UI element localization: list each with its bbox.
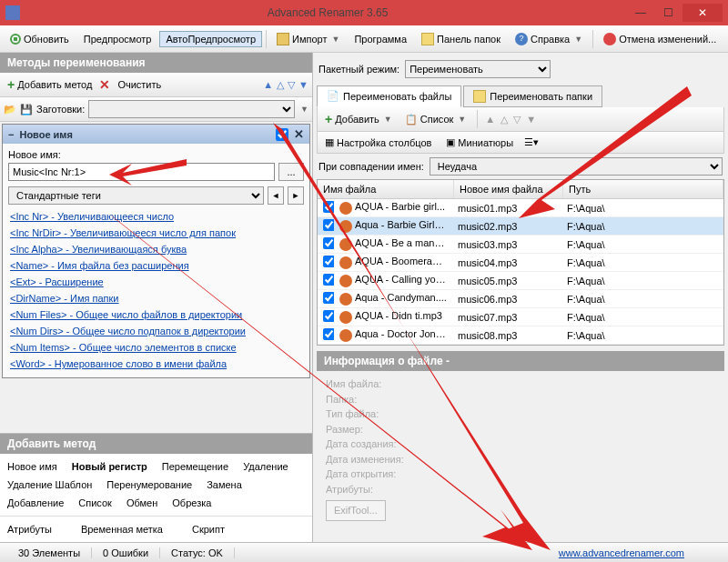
move-top-button[interactable]: ▲ <box>263 79 273 90</box>
table-row[interactable]: AQUA - Be a man.mp3music03.mp3F:\Aqua\ <box>318 236 723 254</box>
add-method-item[interactable]: Обмен <box>126 494 165 512</box>
tab-rename-files[interactable]: 📄Переименовать файлы <box>317 85 461 107</box>
collapse-button[interactable]: − <box>8 129 14 140</box>
col-path[interactable]: Путь <box>563 180 723 198</box>
minimize-button[interactable]: — <box>628 4 653 22</box>
tag-link[interactable]: <Word> - Нумерованное слово в имени файл… <box>8 356 304 372</box>
tag-link[interactable]: <Name> - Имя файла без расширения <box>8 257 304 274</box>
view-menu-button[interactable]: ☰▾ <box>524 136 539 148</box>
file-type-icon <box>339 220 352 233</box>
file-table: Имя файла Новое имя файла Путь AQUA - Ba… <box>317 179 724 346</box>
tag-link[interactable]: <Num Items> - Общее число элементов в сп… <box>8 339 304 356</box>
method-close-button[interactable]: ✕ <box>294 127 304 141</box>
method-enabled-checkbox[interactable] <box>276 128 288 141</box>
add-method-item[interactable]: Временная метка <box>81 520 170 538</box>
undo-button[interactable]: Отмена изменений... <box>597 30 723 48</box>
clear-methods-button[interactable]: Очистить <box>114 77 165 92</box>
status-errors: 0 Ошибки <box>92 547 160 558</box>
add-method-item[interactable]: Удаление Шаблон <box>7 476 99 494</box>
save-preset-button[interactable]: 💾 <box>20 104 33 115</box>
maximize-button[interactable]: ☐ <box>655 4 681 22</box>
list-button[interactable]: 📋Список▼ <box>401 112 470 127</box>
add-method-button[interactable]: +Добавить метод <box>4 75 96 94</box>
move-down-button[interactable]: ▽ <box>288 79 295 91</box>
help-icon: ? <box>515 33 528 45</box>
move-bottom-button[interactable]: ▼ <box>526 114 536 125</box>
info-label: Размер: <box>326 422 715 437</box>
row-checkbox[interactable] <box>323 328 334 340</box>
refresh-button[interactable]: Обновить <box>4 31 76 47</box>
open-preset-button[interactable]: 📂 <box>4 104 16 115</box>
add-method-item[interactable]: Обрезка <box>172 494 218 512</box>
thumbnails-button[interactable]: ▣Миниатюры <box>442 135 517 150</box>
row-checkbox[interactable] <box>323 219 334 231</box>
row-checkbox[interactable] <box>323 237 334 249</box>
titlebar[interactable]: Advanced Renamer 3.65 — ☐ ✕ <box>0 0 728 25</box>
exiftool-button[interactable]: ExifTool... <box>326 500 386 521</box>
preset-menu-button[interactable]: ▼ <box>300 105 308 114</box>
folderpanel-button[interactable]: Панель папок <box>415 30 507 48</box>
batch-mode-select[interactable]: Переименовать <box>405 60 551 78</box>
tag-link[interactable]: <DirName> - Имя папки <box>8 290 304 306</box>
delete-method-button[interactable]: ✕ <box>99 77 110 92</box>
collision-label: При совпадении имен: <box>318 161 424 172</box>
add-method-item[interactable]: Перенумерование <box>106 476 199 494</box>
add-method-item[interactable]: Удаление <box>243 457 296 476</box>
tag-link[interactable]: <Ext> - Расширение <box>8 274 304 290</box>
tag-link[interactable]: <Inc NrDir> - Увеличивающееся число для … <box>8 225 304 241</box>
add-method-header: Добавить метод <box>0 434 312 454</box>
row-checkbox[interactable] <box>323 201 334 213</box>
import-icon <box>277 33 289 45</box>
tab-rename-folders[interactable]: Переименовать папки <box>463 85 602 107</box>
col-filename[interactable]: Имя файла <box>318 180 454 198</box>
table-row[interactable]: AQUA - Barbie girl...music01.mp3F:\Aqua\ <box>318 199 723 217</box>
move-up-button[interactable]: △ <box>277 79 284 91</box>
table-row[interactable]: Aqua - Candyman....music06.mp3F:\Aqua\ <box>318 290 723 308</box>
method-title-label: Новое имя <box>19 129 73 140</box>
website-link[interactable]: www.advancedrenamer.com <box>559 547 684 558</box>
tag-next-button[interactable]: ► <box>288 186 304 205</box>
move-up-button[interactable]: △ <box>500 114 508 125</box>
tag-link[interactable]: <Num Dirs> - Общее число подпапок в дире… <box>8 323 304 339</box>
autopreview-button[interactable]: АвтоПредпросмотр <box>159 31 262 47</box>
tag-link[interactable]: <Num Files> - Общее число файлов в дирек… <box>8 306 304 323</box>
newname-input[interactable] <box>8 163 275 181</box>
info-label: Папка: <box>326 392 715 407</box>
add-method-item[interactable]: Новое имя <box>7 457 65 476</box>
col-newname[interactable]: Новое имя файла <box>454 180 563 198</box>
program-button[interactable]: Программа <box>348 31 413 47</box>
add-method-item[interactable]: Перемещение <box>162 457 236 476</box>
table-row[interactable]: AQUA - Boomerang ...music04.mp3F:\Aqua\ <box>318 254 723 272</box>
columns-button[interactable]: ▦Настройка столбцов <box>321 135 435 150</box>
row-checkbox[interactable] <box>323 274 334 286</box>
help-button[interactable]: ?Справка▼ <box>509 30 589 48</box>
tag-link[interactable]: <Inc Nr> - Увеличивающееся число <box>8 208 304 225</box>
presets-select[interactable] <box>88 100 295 118</box>
table-row[interactable]: AQUA - Didn ti.mp3music07.mp3F:\Aqua\ <box>318 308 723 326</box>
add-method-item[interactable]: Новый регистр <box>72 457 155 476</box>
add-files-button[interactable]: +Добавить▼ <box>321 110 396 128</box>
move-top-button[interactable]: ▲ <box>485 114 495 125</box>
add-method-item[interactable]: Добавление <box>7 494 71 512</box>
close-button[interactable]: ✕ <box>682 4 723 22</box>
row-checkbox[interactable] <box>323 256 334 267</box>
table-row[interactable]: AQUA - Calling you...music05.mp3F:\Aqua\ <box>318 272 723 290</box>
move-bottom-button[interactable]: ▼ <box>298 79 308 90</box>
preview-button[interactable]: Предпросмотр <box>77 31 158 47</box>
methods-header: Методы переименования <box>0 53 312 73</box>
table-row[interactable]: Aqua - Doctor Jone...music08.mp3F:\Aqua\ <box>318 326 723 345</box>
move-down-button[interactable]: ▽ <box>513 114 521 125</box>
table-row[interactable]: Aqua - Barbie Girl1...music02.mp3F:\Aqua… <box>318 217 723 236</box>
tag-prev-button[interactable]: ◄ <box>268 186 284 205</box>
add-method-item[interactable]: Замена <box>207 476 249 494</box>
collision-select[interactable]: Неудача <box>430 157 723 176</box>
row-checkbox[interactable] <box>323 310 334 322</box>
newname-more-button[interactable]: ... <box>278 163 304 181</box>
tag-link[interactable]: <Inc Alpha> - Увеличивающаяся буква <box>8 241 304 257</box>
row-checkbox[interactable] <box>323 292 334 304</box>
add-method-item[interactable]: Скрипт <box>192 520 232 538</box>
add-method-item[interactable]: Список <box>78 494 119 512</box>
add-method-item[interactable]: Атрибуты <box>7 520 59 538</box>
import-button[interactable]: Импорт▼ <box>270 30 346 48</box>
tags-category-select[interactable]: Стандартные теги <box>8 186 264 205</box>
